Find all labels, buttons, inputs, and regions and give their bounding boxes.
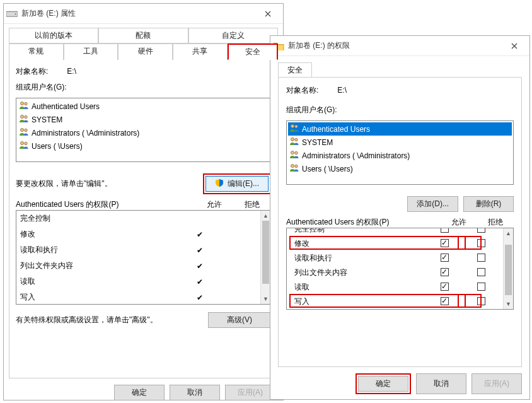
perm-row: 读取: [287, 280, 503, 295]
scrollbar[interactable]: ▲ ▼: [503, 228, 513, 309]
titlebar: 新加卷 (E:) 属性: [4, 4, 283, 24]
remove-button[interactable]: 删除(R): [463, 196, 514, 212]
object-name-value: E:\: [337, 86, 347, 95]
perm-deny-cell: [463, 239, 499, 249]
perm-deny-cell: [463, 297, 499, 307]
list-item[interactable]: Authenticated Users: [18, 100, 269, 113]
window-title: 新加卷 (E:) 属性: [21, 8, 255, 19]
tab-security[interactable]: 安全: [278, 62, 312, 78]
perm-deny-cell: [463, 268, 499, 278]
perm-allow-header: 允许: [195, 199, 233, 210]
scroll-up-icon[interactable]: ▲: [261, 211, 270, 221]
scrollbar[interactable]: ▲ ▼: [260, 211, 270, 304]
allow-checkbox[interactable]: [441, 254, 449, 262]
list-item[interactable]: SYSTEM: [18, 113, 269, 126]
tabs-row-1: 以前的版本 配额 自定义: [9, 28, 278, 44]
groups-listbox[interactable]: Authenticated UsersSYSTEMAdministrators …: [286, 120, 514, 185]
tab-sharing[interactable]: 共享: [173, 44, 228, 60]
perm-deny-cell: [463, 283, 499, 293]
edit-row: 要更改权限，请单击"编辑"。 编辑(E)...: [16, 173, 271, 194]
tab-general[interactable]: 常规: [9, 44, 64, 60]
apply-button[interactable]: 应用(A): [225, 385, 275, 400]
svg-point-7: [25, 129, 27, 131]
perm-listbox: 完全控制修改读取和执行列出文件夹内容读取写入 ▲ ▼: [286, 228, 514, 310]
deny-checkbox[interactable]: [477, 254, 485, 262]
perm-deny-cell: [463, 228, 499, 235]
cancel-button[interactable]: 取消: [170, 385, 220, 400]
groups-listbox[interactable]: Authenticated UsersSYSTEMAdministrators …: [16, 98, 271, 162]
perm-row: 写入: [287, 295, 503, 309]
groups-label: 组或用户名(G):: [286, 105, 514, 115]
allow-checkbox[interactable]: [441, 283, 449, 291]
perm-name: 修改: [20, 229, 181, 240]
tab-hardware[interactable]: 硬件: [118, 44, 173, 60]
tab-quota[interactable]: 配额: [98, 28, 188, 44]
object-name-row: 对象名称: E:\: [286, 85, 514, 96]
permissions-window: 新加卷 (E:) 的权限 安全 对象名称: E:\ 组或用户名(G): Auth…: [270, 35, 530, 400]
object-name-value: E:\: [67, 67, 76, 76]
apply-button[interactable]: 应用(A): [471, 373, 522, 394]
perm-allow-cell: [426, 297, 463, 307]
group-buttons: 添加(D)... 删除(R): [286, 196, 514, 212]
list-item[interactable]: Administrators ( \Administrators): [288, 149, 512, 162]
perm-deny-header: 拒绝: [477, 217, 514, 228]
tab-tools[interactable]: 工具: [64, 44, 119, 60]
perm-row: 完全控制: [16, 211, 260, 226]
list-item[interactable]: Users ( \Users): [18, 139, 269, 153]
close-button[interactable]: [255, 4, 280, 23]
window-title: 新加卷 (E:) 的权限: [288, 40, 502, 51]
deny-checkbox[interactable]: [477, 228, 485, 233]
svg-point-12: [291, 138, 294, 141]
deny-checkbox[interactable]: [477, 297, 485, 305]
svg-point-3: [25, 102, 27, 105]
perm-allow-cell: [426, 239, 463, 249]
deny-checkbox[interactable]: [477, 239, 485, 247]
scroll-up-icon[interactable]: ▲: [504, 228, 513, 238]
svg-point-4: [21, 115, 24, 119]
list-item[interactable]: Authenticated Users: [288, 122, 512, 136]
svg-point-2: [21, 102, 24, 105]
scroll-thumb[interactable]: [505, 245, 512, 295]
svg-point-14: [291, 151, 294, 155]
object-name-row: 对象名称: E:\: [16, 66, 271, 77]
list-item[interactable]: SYSTEM: [288, 136, 512, 149]
drive-icon: [6, 8, 18, 20]
cancel-button[interactable]: 取消: [416, 373, 466, 394]
properties-window: 新加卷 (E:) 属性 以前的版本 配额 自定义 常规 工具 硬件 共享 安全 …: [3, 3, 284, 400]
scroll-thumb[interactable]: [262, 221, 269, 284]
allow-checkbox[interactable]: [441, 268, 449, 276]
close-button[interactable]: [502, 37, 527, 55]
list-item[interactable]: Administrators ( \Administrators): [18, 126, 269, 139]
tab-security[interactable]: 安全: [228, 44, 278, 60]
perm-listbox: 完全控制修改✔读取和执行✔列出文件夹内容✔读取✔写入✔ ▲ ▼: [16, 210, 271, 305]
advanced-button[interactable]: 高级(V): [208, 312, 271, 328]
ok-button[interactable]: 确定: [114, 385, 165, 400]
svg-point-17: [295, 165, 298, 167]
users-icon: [289, 150, 299, 161]
perm-deny-cell: [463, 254, 499, 264]
deny-checkbox[interactable]: [477, 283, 485, 291]
svg-point-9: [25, 142, 27, 144]
edit-button[interactable]: 编辑(E)...: [205, 176, 269, 192]
titlebar: 新加卷 (E:) 的权限: [270, 36, 529, 56]
tab-previous-versions[interactable]: 以前的版本: [9, 28, 98, 44]
users-icon: [19, 141, 29, 151]
svg-point-8: [21, 142, 24, 145]
allow-checkbox[interactable]: [441, 239, 449, 247]
perm-row: 修改: [287, 237, 503, 251]
allow-checkbox[interactable]: [441, 297, 449, 305]
deny-checkbox[interactable]: [477, 268, 485, 276]
add-button[interactable]: 添加(D)...: [407, 196, 458, 212]
dialog-footer: 确定 取消 应用(A): [270, 367, 529, 400]
ok-button[interactable]: 确定: [358, 376, 408, 392]
perm-name: 修改: [294, 238, 426, 249]
perm-row: 写入✔: [16, 289, 260, 305]
allow-checkbox[interactable]: [441, 228, 449, 233]
perm-row: 修改✔: [16, 226, 260, 242]
scroll-down-icon[interactable]: ▼: [504, 299, 513, 309]
perm-row: 读取和执行: [287, 251, 503, 266]
list-item[interactable]: Users ( \Users): [288, 162, 512, 175]
perm-name: 读取: [20, 276, 181, 287]
tab-customize[interactable]: 自定义: [188, 28, 278, 44]
scroll-down-icon[interactable]: ▼: [261, 294, 270, 304]
